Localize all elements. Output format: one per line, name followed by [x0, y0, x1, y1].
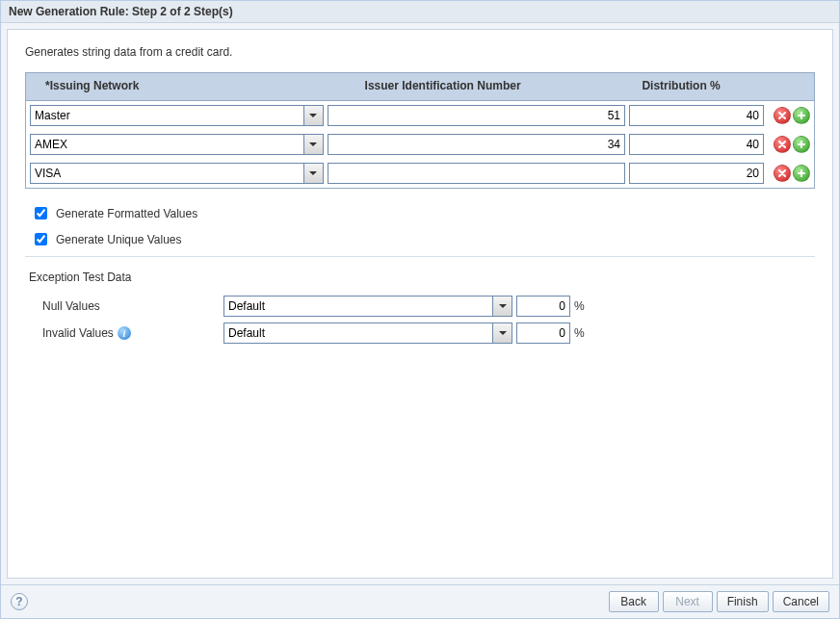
chevron-down-icon[interactable]	[304, 105, 324, 126]
chevron-down-icon[interactable]	[493, 296, 512, 317]
chevron-down-icon[interactable]	[304, 134, 324, 155]
add-row-icon[interactable]	[793, 107, 810, 124]
remove-row-icon[interactable]	[774, 165, 791, 182]
wizard-dialog: New Generation Rule: Step 2 of 2 Step(s)…	[0, 0, 840, 619]
null-values-select[interactable]	[223, 296, 493, 317]
percent-sign: %	[574, 326, 585, 340]
info-icon[interactable]: i	[118, 326, 131, 340]
col-header-dist: Distribution %	[632, 79, 766, 92]
distribution-input[interactable]	[629, 163, 764, 184]
invalid-percent-input[interactable]	[516, 322, 570, 344]
add-row-icon[interactable]	[793, 136, 810, 153]
col-header-iin: Issuer Identification Number	[336, 79, 633, 92]
table-row	[26, 130, 814, 159]
distribution-input[interactable]	[629, 134, 764, 155]
description-text: Generates string data from a credit card…	[25, 45, 815, 59]
generate-unique-label: Generate Unique Values	[56, 233, 182, 246]
issuing-network-select[interactable]	[30, 134, 304, 155]
generate-unique-checkbox[interactable]	[35, 233, 47, 245]
chevron-down-icon[interactable]	[304, 163, 324, 184]
generate-formatted-checkbox[interactable]	[35, 207, 47, 219]
iin-input[interactable]	[328, 163, 625, 184]
iin-input[interactable]	[328, 105, 625, 126]
remove-row-icon[interactable]	[774, 107, 791, 124]
help-icon[interactable]: ?	[11, 593, 28, 610]
table-row	[26, 159, 814, 188]
null-percent-input[interactable]	[516, 296, 570, 317]
issuing-network-select[interactable]	[30, 163, 304, 184]
grid-header-row: *Issuing Network Issuer Identification N…	[26, 73, 814, 101]
table-row	[26, 101, 814, 130]
divider	[25, 256, 815, 257]
add-row-icon[interactable]	[793, 165, 810, 182]
distribution-input[interactable]	[629, 105, 764, 126]
invalid-values-select[interactable]	[223, 322, 493, 344]
finish-button[interactable]: Finish	[717, 591, 769, 612]
remove-row-icon[interactable]	[774, 136, 791, 153]
invalid-values-label: Invalid Values	[42, 326, 114, 340]
percent-sign: %	[574, 299, 585, 313]
exception-section-title: Exception Test Data	[29, 271, 815, 284]
issuing-network-select[interactable]	[30, 105, 304, 126]
back-button[interactable]: Back	[609, 591, 659, 612]
chevron-down-icon[interactable]	[493, 322, 512, 344]
iin-input[interactable]	[328, 134, 625, 155]
dialog-footer: ? Back Next Finish Cancel	[1, 584, 839, 618]
network-grid: *Issuing Network Issuer Identification N…	[25, 72, 815, 189]
dialog-title: New Generation Rule: Step 2 of 2 Step(s)	[1, 1, 839, 23]
content-panel: Generates string data from a credit card…	[7, 29, 833, 579]
next-button: Next	[663, 591, 713, 612]
col-header-network: *Issuing Network	[30, 79, 336, 92]
null-values-label: Null Values	[42, 299, 100, 313]
generate-formatted-label: Generate Formatted Values	[56, 207, 197, 220]
cancel-button[interactable]: Cancel	[773, 591, 829, 612]
